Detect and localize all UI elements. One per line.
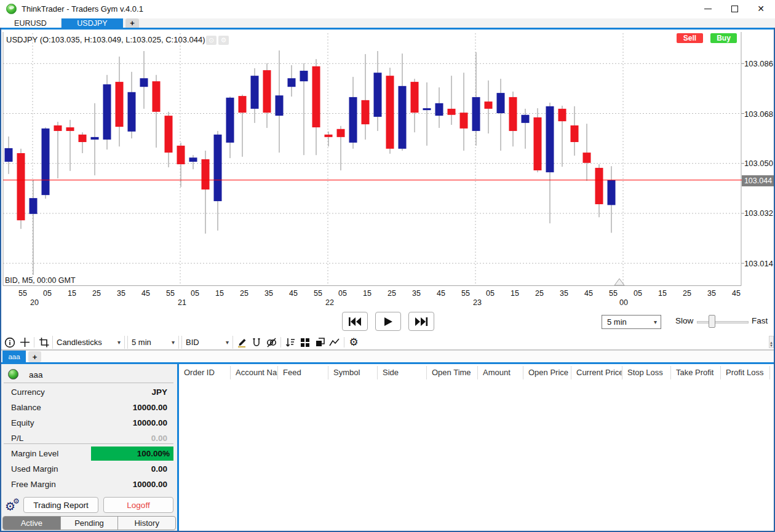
time-axis-minute-label: 55: [18, 289, 27, 298]
column-header-side[interactable]: Side: [378, 366, 427, 379]
chart-settings-icon[interactable]: ⚙: [218, 36, 229, 45]
time-axis-minute-label: 55: [609, 289, 618, 298]
new-window-icon[interactable]: [312, 336, 327, 349]
column-header-current-price[interactable]: Current Price: [571, 366, 622, 379]
account-row-usedmargin: Used Margin0.00: [0, 461, 177, 477]
price-axis-label: 103.014: [744, 259, 775, 269]
pencil-icon[interactable]: [234, 336, 249, 349]
crosshair-icon[interactable]: [17, 336, 32, 349]
chart-canvas[interactable]: [0, 30, 775, 286]
time-axis-hour-label: 23: [473, 298, 482, 307]
time-axis-minute-label: 15: [215, 289, 224, 298]
chart-footer-label: BID, M5, 00:00 GMT: [5, 276, 76, 285]
account-row-currency: CurrencyJPY: [0, 384, 177, 400]
close-button[interactable]: ✕: [750, 0, 771, 17]
speed-timeframe-select[interactable]: 5 min ▾: [602, 315, 661, 329]
column-header-open-time[interactable]: Open Time: [427, 366, 478, 379]
crop-icon[interactable]: [36, 336, 51, 349]
account-tab-aaa[interactable]: aaa: [2, 351, 26, 362]
row-value: 0.00: [151, 434, 167, 443]
buy-button[interactable]: Buy: [710, 33, 737, 43]
speed-slider-track[interactable]: [697, 321, 749, 324]
chart-watch-icon[interactable]: ⊙: [206, 36, 217, 45]
chevron-down-icon: ▾: [165, 339, 175, 346]
symbol-tab-usdjpy[interactable]: USDJPY: [62, 18, 123, 28]
symbol-tab-eurusd[interactable]: EURUSD: [0, 18, 62, 28]
column-header-stop-loss[interactable]: Stop Loss: [622, 366, 671, 379]
row-value: 0.00: [151, 464, 167, 474]
time-axis-minute-label: 15: [658, 289, 667, 298]
info-icon[interactable]: [2, 336, 17, 349]
time-axis-minute-label: 55: [166, 289, 175, 298]
time-axis-minute-label: 05: [191, 289, 199, 298]
orders-table: Order IDAccount NameFeedSymbolSideOpen T…: [179, 364, 775, 531]
current-price-tag: 103.044: [742, 175, 774, 186]
toolbar-separator: [34, 337, 34, 347]
time-axis-minute-label: 35: [560, 289, 568, 298]
speed-slider-handle[interactable]: [709, 315, 715, 328]
orders-tab-pending[interactable]: Pending: [60, 517, 118, 530]
add-account-tab-button[interactable]: +: [28, 351, 41, 362]
grid-layout-icon[interactable]: [298, 336, 312, 349]
row-value: 10000.00: [133, 418, 167, 427]
time-axis-minute-label: 25: [388, 289, 396, 298]
time-axis-minute-label: 45: [437, 289, 445, 298]
price-axis-label: 103.032: [744, 208, 775, 218]
chart-type-select[interactable]: Candlesticks ▾: [52, 336, 125, 349]
skip-to-end-button[interactable]: [408, 312, 434, 331]
sort-icon[interactable]: [283, 336, 298, 349]
fast-label: Fast: [752, 316, 768, 325]
skip-to-end-icon: [414, 316, 429, 327]
chevron-down-icon: ▾: [220, 339, 229, 346]
minimize-icon: [704, 9, 712, 9]
orders-tab-active[interactable]: Active: [3, 517, 60, 530]
account-settings-button[interactable]: ⚙ ⚙: [5, 498, 22, 514]
price-type-select[interactable]: BID ▾: [181, 336, 233, 349]
speed-timeframe-value: 5 min: [607, 317, 627, 327]
column-header-take-profit[interactable]: Take Profit: [671, 366, 721, 379]
account-name: aaa: [29, 370, 43, 379]
price-type-value: BID: [186, 338, 199, 347]
app-window: ThinkTrader - Traders Gym v.4.0.1 ✕ EURU…: [0, 0, 775, 532]
time-axis-minute-label: 25: [535, 289, 544, 298]
time-axis-hour-label: 00: [619, 298, 628, 307]
time-axis-minute-label: 45: [584, 289, 593, 298]
toolbar-overflow-scrollbar[interactable]: ▲▼: [769, 336, 774, 348]
account-row-freemargin: Free Margin10000.00: [0, 477, 177, 492]
row-value: 10000.00: [133, 480, 167, 489]
time-axis-minute-label: 55: [314, 289, 322, 298]
symbol-tab-bar: EURUSDUSDJPY+: [0, 18, 775, 28]
window-border: [0, 28, 1, 532]
time-axis-minute-label: 35: [707, 289, 716, 298]
row-label: Currency: [11, 387, 45, 397]
add-symbol-tab-button[interactable]: +: [125, 18, 139, 28]
column-header-feed[interactable]: Feed: [278, 366, 328, 379]
column-header-order-id[interactable]: Order ID: [179, 366, 231, 379]
skip-to-start-icon: [348, 316, 362, 327]
line-chart-icon[interactable]: [327, 336, 342, 349]
sell-button[interactable]: Sell: [677, 33, 703, 43]
maximize-button[interactable]: [724, 0, 745, 17]
chart-section: USDJPY (O:103.035, H:103.049, L:103.025,…: [0, 30, 775, 286]
logoff-button[interactable]: Logoff: [103, 497, 173, 513]
orders-table-header: Order IDAccount NameFeedSymbolSideOpen T…: [179, 366, 770, 379]
orders-tab-history[interactable]: History: [117, 517, 175, 530]
column-header-symbol[interactable]: Symbol: [328, 366, 378, 379]
account-panel: aaa CurrencyJPYBalance10000.00Equity1000…: [0, 364, 177, 531]
column-header-account-name[interactable]: Account Name: [231, 366, 278, 379]
column-header-amount[interactable]: Amount: [478, 366, 523, 379]
settings-gear-icon[interactable]: ⚙: [346, 336, 361, 349]
time-axis: 5505152535455505152535455505152535455505…: [0, 286, 775, 308]
minimize-button[interactable]: [698, 0, 718, 17]
hide-drawings-icon[interactable]: [264, 336, 279, 349]
magnet-icon[interactable]: [249, 336, 264, 349]
column-header-profit-loss[interactable]: Profit Loss: [721, 366, 770, 379]
time-axis-hour-label: 22: [325, 298, 334, 307]
play-button[interactable]: [375, 312, 401, 331]
slow-label: Slow: [675, 316, 693, 325]
trading-report-button[interactable]: Trading Report: [23, 497, 98, 513]
time-axis-minute-label: 45: [141, 289, 150, 298]
timeframe-select[interactable]: 5 min ▾: [127, 336, 179, 349]
column-header-open-price[interactable]: Open Price: [523, 366, 571, 379]
skip-to-start-button[interactable]: [342, 312, 368, 331]
